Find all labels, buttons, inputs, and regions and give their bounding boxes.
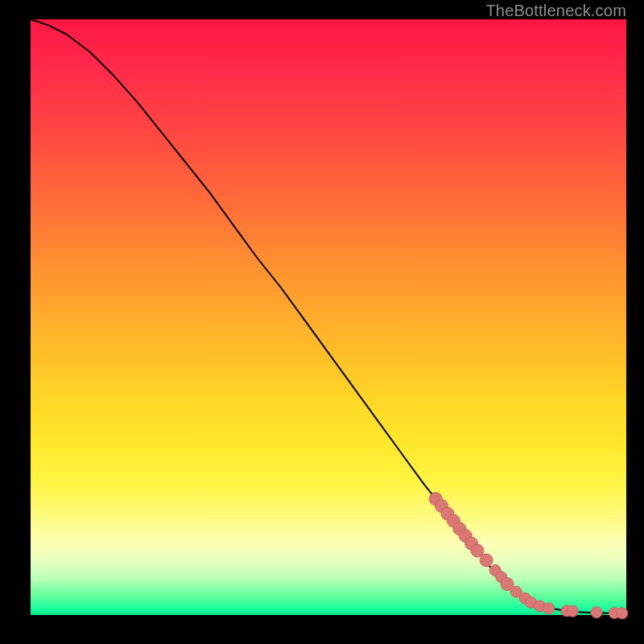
data-markers: [429, 493, 628, 619]
data-marker: [543, 603, 555, 614]
data-marker: [567, 605, 578, 617]
plot-area: [31, 19, 626, 615]
data-marker: [617, 608, 628, 619]
curve-line: [31, 19, 626, 613]
data-marker: [591, 607, 602, 618]
watermark-text: TheBottleneck.com: [485, 2, 626, 20]
chart-frame: TheBottleneck.com: [0, 0, 644, 644]
chart-svg: [31, 19, 626, 615]
data-marker: [480, 554, 493, 567]
